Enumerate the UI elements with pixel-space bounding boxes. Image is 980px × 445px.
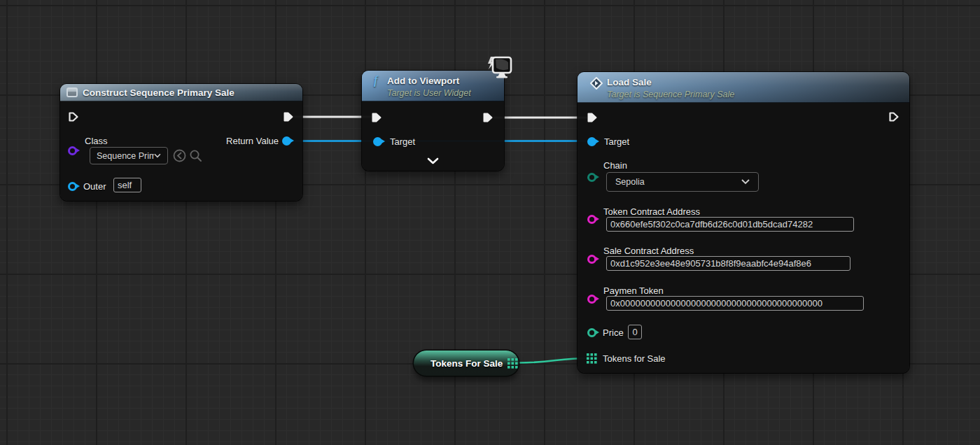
function-f-icon: f	[374, 74, 377, 87]
node-title: Load Sale	[607, 78, 652, 87]
use-selected-icon[interactable]	[173, 149, 186, 162]
node-load-sale[interactable]: Load Sale Target is Sequence Primary Sal…	[578, 72, 909, 373]
monitor-lightning-icon	[485, 55, 513, 82]
payment-token-pin[interactable]	[587, 295, 596, 304]
price-pin-label: Price	[603, 328, 624, 337]
node-add-to-viewport[interactable]: f Add to Viewport Target is User Widget …	[362, 71, 504, 171]
token-contract-address-field[interactable]	[606, 217, 854, 232]
browse-magnifier-icon[interactable]	[189, 149, 202, 162]
token-contract-address-pin[interactable]	[587, 215, 596, 224]
chevron-down-icon	[154, 153, 161, 158]
tokens-for-sale-array-pin[interactable]	[587, 353, 597, 364]
return-value-pin[interactable]	[282, 136, 291, 146]
exec-in-pin[interactable]	[68, 111, 79, 122]
outer-pin[interactable]	[68, 182, 77, 191]
exec-out-pin[interactable]	[482, 112, 493, 123]
outer-value-field[interactable]	[113, 178, 141, 192]
class-select[interactable]: Sequence Prima	[90, 147, 168, 164]
chain-select[interactable]: Sepolia	[606, 172, 759, 192]
sale-contract-address-pin[interactable]	[587, 255, 596, 264]
array-output-pin[interactable]	[507, 358, 518, 369]
target-pin-label: Target	[604, 137, 629, 146]
outer-pin-label: Outer	[83, 182, 106, 191]
target-pin-label: Target	[390, 137, 415, 146]
target-pin[interactable]	[373, 137, 382, 146]
diamond-arrow-icon	[590, 77, 603, 90]
sale-contract-address-field[interactable]	[606, 256, 850, 271]
node-subtitle: Target is User Widget	[387, 89, 471, 98]
node-title: Add to Viewport	[387, 76, 459, 86]
token-contract-address-label: Token Contract Address	[603, 207, 700, 216]
class-pin[interactable]	[68, 146, 77, 155]
node-subtitle: Target is Sequence Primary Sale	[607, 90, 734, 99]
sale-contract-address-label: Sale Contract Address	[603, 246, 694, 255]
construct-node-icon	[66, 87, 78, 97]
blueprint-graph-canvas[interactable]: Construct Sequence Primary Sale Class Se…	[0, 0, 980, 445]
variable-title: Tokens For Sale	[430, 358, 503, 369]
node-header[interactable]: f Add to Viewport Target is User Widget	[362, 71, 504, 101]
payment-token-label: Paymen Token	[603, 286, 664, 295]
tokens-for-sale-pin-label: Tokens for Sale	[603, 354, 666, 363]
return-value-pin-label: Return Value	[226, 136, 279, 146]
class-pin-label: Class	[85, 136, 108, 146]
price-pin[interactable]	[587, 328, 596, 337]
node-title: Construct Sequence Primary Sale	[83, 88, 234, 98]
target-pin[interactable]	[587, 137, 596, 146]
chevron-down-icon	[741, 179, 750, 185]
price-value-field[interactable]	[628, 325, 642, 339]
exec-out-pin[interactable]	[283, 111, 294, 122]
chain-pin-label: Chain	[603, 161, 627, 170]
chain-pin[interactable]	[587, 173, 596, 182]
exec-out-pin[interactable]	[888, 111, 899, 122]
node-construct-sequence-primary-sale[interactable]: Construct Sequence Primary Sale Class Se…	[60, 84, 302, 201]
node-header[interactable]: Load Sale Target is Sequence Primary Sal…	[578, 72, 909, 103]
advanced-collapse-chevron-icon[interactable]	[427, 157, 439, 164]
exec-in-pin[interactable]	[371, 112, 382, 123]
node-tokens-for-sale-variable[interactable]: Tokens For Sale	[414, 351, 519, 376]
payment-token-field[interactable]	[606, 296, 864, 311]
node-header[interactable]: Construct Sequence Primary Sale	[60, 84, 302, 101]
exec-in-pin[interactable]	[587, 112, 598, 123]
